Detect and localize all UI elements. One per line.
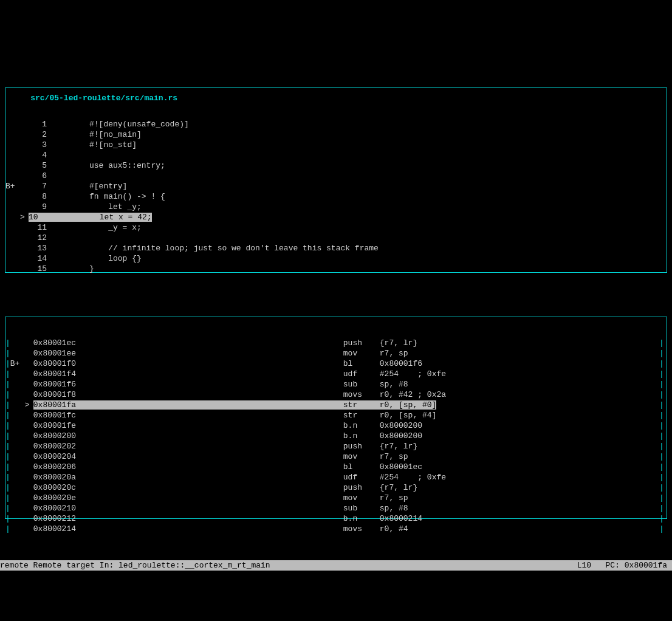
source-line: 14 loop {}	[5, 253, 667, 264]
asm-line: | 0x8000210subsp, #8|	[5, 503, 667, 513]
source-line: 5use aux5::entry;	[5, 160, 667, 171]
source-line: 6	[5, 171, 667, 181]
source-pane[interactable]: src/05-led-roulette/src/main.rs 1#![deny…	[5, 87, 667, 273]
gdb-tui: src/05-led-roulette/src/main.rs 1#![deny…	[0, 41, 672, 621]
source-line: 15}	[5, 264, 667, 274]
asm-line: | 0x80001fcstrr0, [sp, #4]|	[5, 410, 667, 420]
asm-line: | 0x800020cpush{r7, lr}|	[5, 482, 667, 493]
source-line: 9 let _y;	[5, 202, 667, 212]
source-line: 2#![no_main]	[5, 129, 667, 140]
asm-line: | 0x80001f4udf#254 ; 0xfe|	[5, 369, 667, 379]
asm-line: | 0x8000206bl0x80001ec |	[5, 462, 667, 472]
asm-line: | 0x80001ecpush{r7, lr}|	[5, 338, 667, 348]
disassembly-pane[interactable]: | 0x80001ecpush{r7, lr}|| 0x80001eemovr7…	[5, 317, 667, 519]
source-line: 1#![deny(unsafe_code)]	[5, 119, 667, 129]
asm-line: | 0x800020audf#254 ; 0xfe|	[5, 472, 667, 482]
asm-line: |B+ 0x80001f0bl0x80001f6 |	[5, 359, 667, 369]
source-line: 11 _y = x;	[5, 222, 667, 233]
source-line: B+ 7#[entry]	[5, 181, 667, 191]
asm-line: | 0x8000200b.n0x8000200 |	[5, 431, 667, 441]
source-line: 13 // infinite loop; just so we don't le…	[5, 243, 667, 253]
source-line: 4	[5, 150, 667, 160]
asm-line: | 0x80001f8movsr0, #42 ; 0x2a|	[5, 389, 667, 400]
source-line: 8fn main() -> ! {	[5, 191, 667, 202]
asm-line: | 0x80001f6subsp, #8|	[5, 379, 667, 389]
asm-line: |>0x80001fastrr0, [sp, #0]|	[5, 400, 667, 410]
source-title: src/05-led-roulette/src/main.rs	[29, 93, 179, 103]
asm-line: | 0x800020emovr7, sp|	[5, 493, 667, 503]
asm-line: | 0x8000212b.n0x8000214 |	[5, 513, 667, 524]
asm-line: | 0x8000204movr7, sp|	[5, 451, 667, 462]
asm-line: | 0x8000202push{r7, lr}|	[5, 441, 667, 451]
source-line: 12	[5, 233, 667, 243]
source-line: >10 let x = 42;	[5, 212, 667, 222]
status-left: remote Remote target In: led_roulette::_…	[0, 560, 577, 571]
asm-line: | 0x80001eemovr7, sp|	[5, 348, 667, 359]
status-bar: remote Remote target In: led_roulette::_…	[0, 560, 672, 571]
status-right: L10 PC: 0x80001fa	[577, 560, 672, 571]
asm-line: | 0x8000214movsr0, #4|	[5, 524, 667, 534]
source-line: 3#![no_std]	[5, 140, 667, 150]
asm-line: | 0x80001feb.n0x8000200 |	[5, 420, 667, 431]
gdb-console[interactable]: (gdb) step led_roulette::__cortex_m_rt_m…	[0, 612, 672, 621]
